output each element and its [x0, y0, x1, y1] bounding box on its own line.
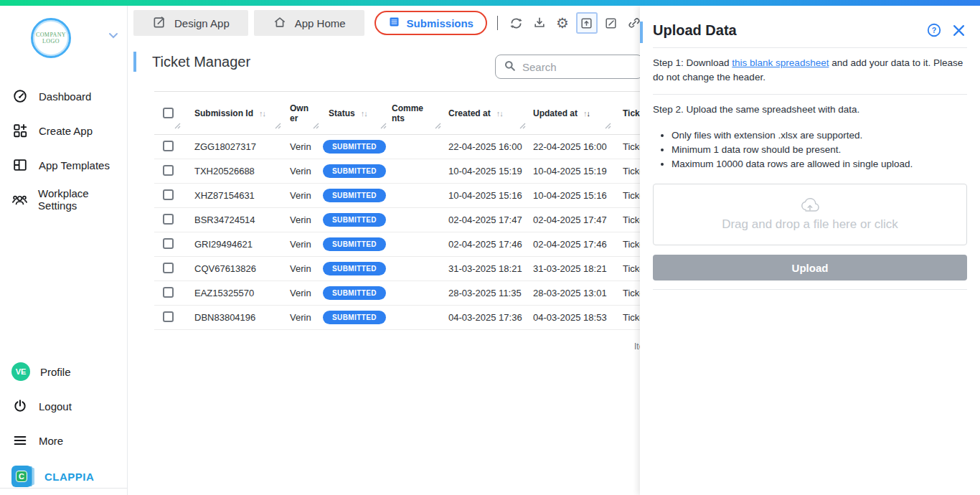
sidebar-item-create-app[interactable]: Create App — [0, 113, 127, 148]
panel-accent-bar — [640, 22, 643, 43]
select-all-checkbox[interactable] — [163, 108, 174, 118]
row-checkbox[interactable] — [163, 287, 174, 298]
submission-id-cell: EAZ15325570 — [183, 288, 283, 298]
owner-cell: Verin — [283, 166, 321, 176]
status-badge: SUBMITTED — [323, 213, 386, 227]
status-badge: SUBMITTED — [323, 164, 386, 178]
row-checkbox[interactable] — [163, 311, 174, 322]
upload-data-icon[interactable] — [576, 12, 598, 34]
top-gradient-bar — [0, 0, 980, 6]
blank-spreadsheet-link[interactable]: this blank spreadsheet — [732, 57, 829, 68]
sort-desc-icon: ↓ — [587, 109, 590, 118]
panel-title: Upload Data — [653, 22, 918, 39]
status-badge: SUBMITTED — [323, 237, 386, 251]
company-logo[interactable]: COMPANY LOGO — [31, 18, 71, 58]
sidebar-item-more[interactable]: More — [0, 423, 127, 458]
cloud-upload-icon — [799, 197, 821, 216]
dropzone-label: Drag and drop a file here or click — [722, 217, 898, 232]
page-title: Ticket Manager — [152, 54, 250, 70]
panel-header: Upload Data ? — [653, 6, 967, 47]
panel-divider — [653, 289, 967, 290]
submission-id-cell: CQV67613826 — [183, 263, 283, 274]
sidebar-item-label: Workplace Settings — [38, 187, 127, 212]
search-box[interactable] — [495, 55, 643, 79]
sidebar-nav: Dashboard Create App App Templates Workp… — [0, 79, 127, 217]
sidebar-item-profile[interactable]: VE Profile — [0, 354, 127, 389]
row-checkbox[interactable] — [163, 189, 174, 200]
column-resize-handle[interactable] — [435, 121, 441, 131]
refresh-icon[interactable] — [507, 14, 526, 32]
settings-gear-icon[interactable]: ⚙ — [553, 14, 572, 32]
submissions-button[interactable]: Submissions — [374, 11, 487, 35]
sort-icons[interactable]: ↑↓ — [583, 109, 590, 118]
owner-cell: Verin — [283, 312, 321, 323]
sort-icons[interactable]: ↑↓ — [361, 109, 367, 118]
sort-icons[interactable]: ↑↓ — [259, 109, 265, 118]
status-badge: SUBMITTED — [323, 311, 386, 324]
column-header-created-at[interactable]: Created at ↑↓ — [443, 92, 528, 134]
company-logo-text: COMPANY — [36, 32, 66, 38]
app-home-button[interactable]: App Home — [254, 10, 364, 36]
chevron-down-icon[interactable] — [108, 29, 118, 42]
submission-id-cell: XHZ87154631 — [183, 190, 283, 201]
help-icon[interactable]: ? — [925, 22, 943, 39]
created-at-cell: 31-03-2025 18:21 — [443, 263, 528, 274]
sort-desc-icon: ↓ — [499, 109, 503, 118]
step2-text: Step 2. Upload the same spreadsheet with… — [653, 95, 967, 126]
clappia-wordmark: CLAPPIA — [44, 471, 94, 483]
column-resize-handle[interactable] — [313, 121, 319, 131]
column-resize-handle[interactable] — [174, 121, 181, 131]
sidebar-divider — [0, 488, 128, 489]
row-checkbox[interactable] — [163, 165, 174, 176]
upload-rules-list: Only files with extension .xlsx are supp… — [653, 128, 967, 171]
owner-cell: Verin — [283, 190, 321, 201]
toolbar-separator — [497, 16, 498, 30]
sort-icons[interactable]: ↑↓ — [496, 109, 503, 118]
row-checkbox[interactable] — [163, 238, 174, 249]
column-header-submission-id[interactable]: Submission Id ↑↓ — [183, 92, 283, 134]
bulk-edit-icon[interactable] — [602, 14, 621, 32]
column-header-owner[interactable]: Owner — [283, 92, 321, 134]
sidebar-item-dashboard[interactable]: Dashboard — [0, 79, 127, 113]
column-header-updated-at[interactable]: Updated at ↑↓ — [528, 92, 613, 134]
row-checkbox[interactable] — [163, 263, 174, 273]
sidebar-item-workplace-settings[interactable]: Workplace Settings — [0, 182, 127, 217]
column-resize-handle[interactable] — [380, 121, 387, 131]
submission-id-cell: TXH20526688 — [183, 166, 283, 176]
sidebar-item-logout[interactable]: Logout — [0, 389, 127, 423]
created-at-cell: 10-04-2025 15:16 — [443, 190, 528, 201]
row-checkbox[interactable] — [163, 141, 174, 151]
updated-at-cell: 04-03-2025 18:53 — [528, 312, 613, 323]
file-dropzone[interactable]: Drag and drop a file here or click — [653, 184, 967, 245]
page-title-row: Ticket Manager — [133, 52, 250, 72]
step1-text: Step 1: Download this blank spreadsheet … — [653, 48, 967, 94]
created-at-cell: 22-04-2025 16:00 — [443, 141, 528, 152]
sidebar-item-app-templates[interactable]: App Templates — [0, 148, 127, 182]
column-resize-handle[interactable] — [519, 121, 526, 131]
search-input[interactable] — [522, 61, 635, 73]
app-home-label: App Home — [295, 17, 346, 29]
created-at-cell: 02-04-2025 17:46 — [443, 239, 528, 250]
column-resize-handle[interactable] — [605, 121, 611, 131]
column-resize-handle[interactable] — [275, 121, 281, 131]
svg-text:?: ? — [932, 26, 936, 34]
upload-rule: Only files with extension .xlsx are supp… — [672, 128, 967, 143]
download-icon[interactable] — [530, 14, 549, 32]
home-icon — [273, 15, 287, 32]
submission-id-cell: GRI29494621 — [183, 239, 283, 250]
created-at-cell: 02-04-2025 17:47 — [443, 214, 528, 225]
column-header-status[interactable]: Status ↑↓ — [321, 92, 389, 134]
app-templates-icon — [11, 156, 29, 174]
owner-cell: Verin — [283, 239, 321, 250]
owner-cell: Verin — [283, 214, 321, 225]
upload-data-panel: Upload Data ? Step 1: Download this blan… — [640, 6, 980, 495]
upload-button[interactable]: Upload — [653, 255, 967, 280]
design-app-button[interactable]: Design App — [133, 10, 248, 36]
column-header-comments[interactable]: Comments — [389, 92, 443, 134]
submissions-label: Submissions — [407, 17, 473, 29]
design-app-label: Design App — [174, 17, 230, 29]
row-checkbox[interactable] — [163, 214, 174, 225]
status-badge: SUBMITTED — [323, 189, 386, 202]
close-icon[interactable] — [950, 22, 967, 39]
updated-at-cell: 02-04-2025 17:46 — [528, 239, 613, 250]
